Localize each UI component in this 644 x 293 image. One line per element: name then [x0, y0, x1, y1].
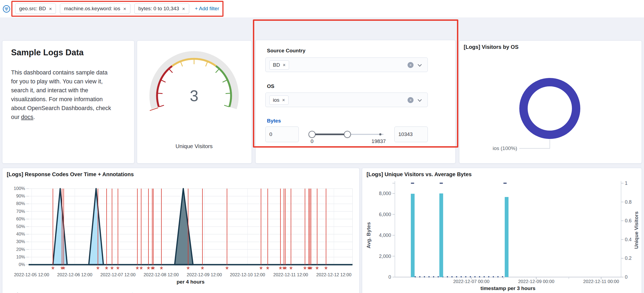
- legend-value-404: 0%: [114, 292, 121, 293]
- x-axis-tick-label: 2022-12-09 12:00: [187, 272, 222, 277]
- annotation-marker: *: [225, 265, 229, 274]
- gauge-tick: [157, 93, 162, 94]
- right-axis-title: Unique Visitors: [633, 211, 639, 249]
- zero-marker-dot: [438, 276, 439, 278]
- zero-marker-dot: [451, 276, 453, 278]
- remove-os-icon[interactable]: ×: [282, 97, 285, 103]
- slider-end-dot: [379, 133, 381, 135]
- x-axis-tick-label: 2022-12-07 12:00: [100, 272, 135, 277]
- remove-filter-icon[interactable]: ×: [123, 6, 126, 11]
- gauge-tick: [224, 105, 229, 107]
- visitors-vs-bytes-chart[interactable]: 02,0004,0006,0008,00000.20.40.60.812022-…: [362, 168, 642, 293]
- bytes-max-input[interactable]: [394, 127, 428, 142]
- os-combobox[interactable]: ios × ×: [265, 93, 428, 107]
- bytes-min-input[interactable]: [265, 127, 299, 142]
- y-axis-tick-label: 10%: [16, 254, 25, 259]
- docs-link[interactable]: docs: [21, 114, 33, 120]
- chevron-down-icon[interactable]: [417, 63, 422, 68]
- visitors-by-os-donut[interactable]: ios (100%): [459, 41, 642, 164]
- filter-pill-label: machine.os.keyword: ios: [64, 6, 120, 12]
- chevron-down-icon[interactable]: [417, 98, 422, 103]
- slider-handle-max[interactable]: [344, 131, 351, 138]
- left-axis-tick-label: 0: [388, 274, 391, 280]
- panel-controls: Source Country BD × × OS ios × ×: [255, 40, 456, 163]
- y-axis-tick-label: 30%: [16, 239, 25, 244]
- annotation-marker: *: [51, 265, 55, 274]
- x-axis-tick-label: 2022-12-08 12:00: [144, 272, 179, 277]
- remove-filter-icon[interactable]: ×: [182, 6, 185, 11]
- filter-pills: geo.src: BD×machine.os.keyword: ios×byte…: [15, 4, 219, 14]
- panel-sample-logs: Sample Logs Data This dashboard contains…: [2, 40, 134, 163]
- source-country-combobox[interactable]: BD × ×: [265, 57, 428, 72]
- remove-filter-icon[interactable]: ×: [49, 6, 52, 11]
- y-axis-tick-label: 80%: [16, 201, 25, 206]
- intro-text-line: This dashboard contains sample data: [11, 68, 133, 77]
- x-axis-title: timestamp per 3 hours: [480, 285, 535, 291]
- x-axis-tick-label: 2022-12-09 00:00: [518, 279, 554, 284]
- dashboard-page: geo.src: BD×machine.os.keyword: ios×byte…: [0, 0, 644, 293]
- os-label: OS: [267, 83, 274, 89]
- annotation-marker: *: [309, 265, 313, 274]
- unique-visitors-mark: [440, 183, 443, 184]
- zero-marker-dot: [460, 276, 462, 278]
- y-axis-tick-label: 70%: [16, 209, 25, 214]
- left-axis-tick-label: 4,000: [379, 233, 391, 238]
- x-axis-tick-label: 2022-12-11 12:00: [273, 272, 308, 277]
- x-axis-tick-label: 2022-12-10 12:00: [230, 272, 265, 277]
- annotation-marker: *: [266, 265, 269, 274]
- zero-marker-dot: [493, 276, 494, 278]
- gauge-value: 3: [190, 87, 198, 104]
- left-axis-tick-label: 2,000: [379, 254, 391, 259]
- intro-text-line: search it, and interact with the: [11, 86, 133, 95]
- avg-bytes-bar: [439, 193, 443, 277]
- left-axis-tick-label: 6,000: [379, 212, 391, 217]
- zero-marker-dot: [424, 276, 425, 278]
- add-filter-button[interactable]: + Add filter: [195, 6, 219, 12]
- panel-unique-visitors-gauge: 3Unique Visitors: [137, 40, 252, 163]
- gauge-label: Unique Visitors: [175, 143, 213, 149]
- bytes-label: Bytes: [267, 118, 281, 124]
- clear-os-icon[interactable]: ×: [408, 97, 413, 103]
- unique-visitors-mark: [411, 183, 414, 184]
- zero-marker-dot: [428, 276, 430, 278]
- zero-marker-dot: [415, 276, 416, 278]
- left-axis-tick-label: 8,000: [379, 191, 391, 196]
- annotation-marker: *: [96, 265, 100, 274]
- zero-marker-dot: [483, 276, 485, 278]
- os-selected-pill[interactable]: ios ×: [269, 96, 289, 105]
- filter-pill[interactable]: geo.src: BD×: [15, 4, 56, 14]
- intro-text-line: our docs.: [11, 113, 133, 122]
- gauge-tick: [169, 69, 172, 73]
- legend-label-200: 200: [137, 292, 145, 293]
- gauge-tick: [216, 69, 219, 73]
- filter-pill[interactable]: bytes: 0 to 10,343×: [134, 4, 189, 14]
- dashboard-canvas: Sample Logs Data This dashboard contains…: [0, 18, 644, 293]
- slider-track-selected[interactable]: [312, 134, 347, 135]
- gauge-tick: [223, 80, 227, 82]
- filter-pill[interactable]: machine.os.keyword: ios×: [60, 4, 130, 14]
- gauge-tick: [181, 62, 182, 66]
- response-codes-chart[interactable]: 0%10%20%30%40%50%60%70%80%90%100%*******…: [2, 168, 360, 293]
- clear-source-country-icon[interactable]: ×: [408, 62, 413, 68]
- source-country-label: Source Country: [267, 48, 306, 54]
- zero-marker-dot: [488, 276, 489, 278]
- gauge-tick: [161, 80, 165, 82]
- x-axis-tick-label: 2022-12-07 00:00: [453, 279, 489, 284]
- remove-source-country-icon[interactable]: ×: [283, 62, 286, 68]
- gauge-tick: [159, 105, 164, 107]
- sample-logs-description: This dashboard contains sample datafor y…: [11, 68, 133, 122]
- unique-visitors-mark: [503, 183, 507, 184]
- y-axis-tick-label: 20%: [16, 247, 25, 252]
- avg-bytes-bar: [411, 194, 415, 277]
- zero-marker-dot: [433, 276, 434, 278]
- annotation-marker: *: [140, 265, 143, 274]
- zero-marker-dot: [419, 276, 421, 278]
- panel-response-codes: [Logs] Response Codes Over Time + Annota…: [2, 168, 360, 293]
- sample-logs-title: Sample Logs Data: [11, 48, 84, 57]
- zero-marker-dot: [502, 276, 503, 278]
- zero-marker-dot: [447, 276, 448, 278]
- slider-handle-min[interactable]: [309, 131, 316, 138]
- panel-visitors-vs-bytes: [Logs] Unique Visitors vs. Average Bytes…: [362, 168, 642, 293]
- filter-icon[interactable]: [3, 5, 10, 13]
- source-country-selected-pill[interactable]: BD ×: [269, 60, 289, 70]
